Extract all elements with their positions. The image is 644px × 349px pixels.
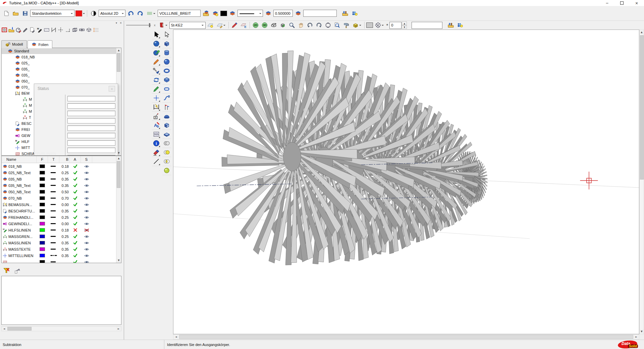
status-field[interactable] <box>67 118 115 123</box>
grid-settings-button[interactable] <box>145 10 157 16</box>
table-row[interactable]: GEWINDELI...0.00 <box>2 220 121 227</box>
sphere-blue2-button[interactable] <box>162 57 171 66</box>
ke-library-button[interactable] <box>157 22 169 28</box>
group-visibility-button[interactable] <box>350 9 359 17</box>
view-2d-button[interactable]: 2D <box>252 21 260 29</box>
number-spinner[interactable]: 0▲▼ <box>389 21 407 29</box>
zoom-extents-button[interactable] <box>333 21 341 29</box>
minimize-button[interactable]: ─ <box>600 0 614 6</box>
close-button[interactable]: × <box>629 0 644 6</box>
status-field[interactable] <box>67 148 115 153</box>
slab-blue-button[interactable] <box>162 130 171 139</box>
tree-item[interactable]: 018_NB <box>2 54 121 60</box>
view-3d-button[interactable]: 3D <box>261 21 269 29</box>
shaded-view-button[interactable] <box>279 21 287 29</box>
table-row[interactable]: 10MASSGREN...0.25 <box>2 233 121 240</box>
eraser-tool-button[interactable] <box>152 148 161 157</box>
hatch-rect-button[interactable] <box>152 130 161 139</box>
tree-root-standard[interactable]: Standard <box>2 48 121 54</box>
layer-folder-button[interactable] <box>202 9 210 17</box>
filter-delete-button[interactable] <box>2 266 10 274</box>
wildcard-button[interactable]: * <box>386 22 388 28</box>
text-ab-button[interactable]: Ab <box>152 121 161 130</box>
linewidth-field[interactable]: 0.500000 <box>273 10 293 17</box>
open-file-button[interactable] <box>11 9 20 17</box>
info-circle-button[interactable]: i <box>152 139 161 148</box>
viewport-horizontal-scrollbar[interactable]: ◄ ► <box>173 334 639 340</box>
group-folder-button[interactable] <box>446 21 455 29</box>
hex-blue-button[interactable] <box>162 76 171 85</box>
status-field[interactable] <box>67 133 115 138</box>
spin-value-field[interactable]: 0 <box>389 22 401 29</box>
wedge-blue-button[interactable] <box>162 112 171 121</box>
layer-table[interactable]: NameFTBAS 018_NB0.18025_NB_Text0.25035_N… <box>1 156 121 263</box>
layer-width-button[interactable] <box>294 9 302 17</box>
plane-edit-button[interactable] <box>215 22 227 28</box>
panel-collapse-button[interactable]: ▾ <box>114 21 118 25</box>
contrast-button[interactable] <box>89 9 98 17</box>
pencil-dark-button[interactable] <box>22 27 29 34</box>
line-color-swatch[interactable] <box>220 11 227 16</box>
cube-blue-button[interactable] <box>162 39 171 48</box>
view-previous-button[interactable] <box>306 21 314 29</box>
new-file-button[interactable] <box>2 9 10 17</box>
layer-tree[interactable]: Standard018_NB025_035_035_050_070_BEM10M… <box>1 48 121 156</box>
zoom-button[interactable] <box>288 21 296 29</box>
fitting-button[interactable] <box>78 27 85 34</box>
table-row[interactable]: 10MASSLINIEN0.35 <box>2 240 121 246</box>
red-frame-button[interactable] <box>1 27 8 34</box>
slot-blue-button[interactable] <box>162 85 171 94</box>
layer-assign-button[interactable] <box>228 9 236 17</box>
plane-visibility-button[interactable] <box>206 21 215 29</box>
table-row[interactable]: BEMASSUN...0.00 <box>2 201 121 208</box>
status-field[interactable] <box>67 96 115 101</box>
surface-color-swatch[interactable] <box>366 22 373 28</box>
axis-cross-button[interactable] <box>57 27 64 34</box>
boxgrid-blue-button[interactable] <box>162 121 171 130</box>
table-row[interactable] <box>2 259 121 263</box>
section-n-button[interactable] <box>50 27 57 34</box>
pan-button[interactable] <box>297 21 305 29</box>
table-row[interactable]: HHILFSLINIEN0.18 <box>2 227 121 233</box>
folder-arrow-button[interactable] <box>8 27 15 34</box>
viewport-vertical-scrollbar[interactable]: ▲ ▼ <box>639 30 644 334</box>
value-field[interactable] <box>412 22 442 29</box>
selection-combo[interactable]: Standardselektion <box>30 10 74 17</box>
status-field[interactable] <box>67 140 115 146</box>
layer-linetype-button[interactable] <box>264 9 272 17</box>
table-row[interactable]: FREIHANDLI...0.25 <box>2 214 121 220</box>
bool-union-button[interactable] <box>162 139 171 148</box>
status-field[interactable] <box>67 111 115 116</box>
page-pencil-button[interactable] <box>29 27 36 34</box>
status-field[interactable] <box>67 126 115 131</box>
flags-button[interactable] <box>162 103 171 112</box>
wire-cube-button[interactable] <box>71 27 78 34</box>
panel-horizontal-scrollbar[interactable]: ◄ ► <box>1 326 121 331</box>
delete-element-button[interactable] <box>230 21 239 29</box>
hatch-pattern-button[interactable] <box>374 22 385 28</box>
active-color-button[interactable] <box>75 10 85 16</box>
parameter-field[interactable] <box>303 10 337 17</box>
toolbar-close-button[interactable]: x <box>154 23 156 27</box>
table-row[interactable]: 10MASSTEXTE0.35 <box>2 246 121 252</box>
maximize-button[interactable] <box>614 0 629 6</box>
spinner-arrows[interactable]: ▲▼ <box>402 21 407 29</box>
3d-viewport[interactable] <box>173 30 639 334</box>
undo-button[interactable] <box>126 9 135 17</box>
sphere-blue-button[interactable] <box>152 39 161 48</box>
table-row[interactable]: 070_NB0.70 <box>2 195 121 201</box>
hatch-box-button[interactable] <box>43 27 50 34</box>
linestyle-combo[interactable] <box>237 10 263 17</box>
plane-e-button[interactable]: E <box>239 21 248 29</box>
linetype-field[interactable]: VOLLLINIE_BREIT <box>158 10 201 17</box>
pencil-green-button[interactable] <box>152 85 161 94</box>
tree-item[interactable]: 035_ <box>2 72 121 78</box>
table-row[interactable]: 035_NB0.35 <box>2 176 121 182</box>
cursor-white-button[interactable] <box>162 30 171 39</box>
tree-item[interactable]: 035_ <box>2 66 121 72</box>
rotate-arrows-button[interactable] <box>152 76 161 85</box>
status-popup[interactable]: Status × <box>34 84 118 156</box>
redo-button[interactable] <box>136 9 144 17</box>
diag-line-button[interactable] <box>152 157 161 166</box>
table-row[interactable]: 050_NB_Text0.50 <box>2 189 121 195</box>
